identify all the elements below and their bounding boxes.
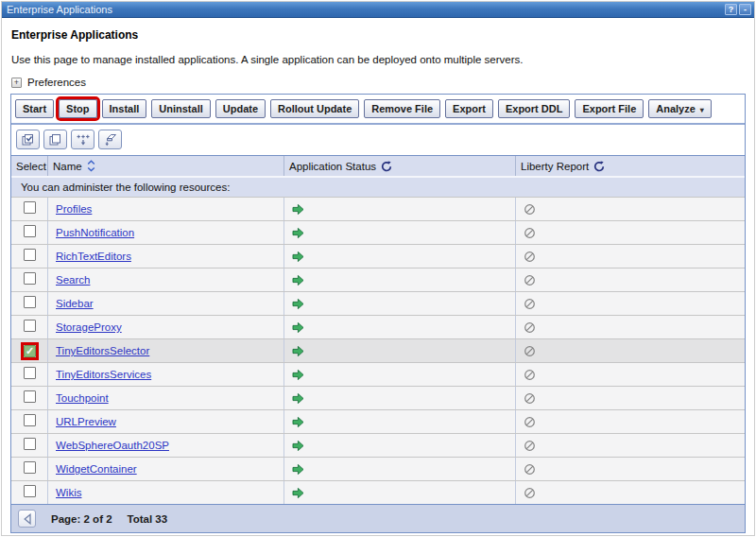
toolbar-button-rollout-update[interactable]: Rollout Update [270, 99, 359, 118]
window-titlebar: Enterprise Applications ? - [2, 2, 754, 18]
not-available-icon [524, 463, 536, 476]
row-checkbox[interactable] [24, 249, 36, 261]
column-header-application-status[interactable]: Application Status [284, 156, 515, 176]
page-title: Enterprise Applications [11, 28, 745, 42]
table-row-search: Search [11, 268, 745, 291]
column-header-liberty-report[interactable]: Liberty Report [515, 156, 745, 176]
row-checkbox[interactable] [24, 296, 36, 308]
app-started-icon [292, 463, 304, 476]
toolbar-button-export[interactable]: Export [445, 99, 493, 118]
select-all-icon[interactable] [16, 130, 40, 149]
app-started-icon [292, 274, 304, 286]
window-title: Enterprise Applications [5, 4, 723, 15]
column-header-select[interactable]: Select [11, 156, 47, 176]
pagination-bar: Page: 2 of 2 Total 33 [11, 504, 745, 532]
row-checkbox[interactable] [24, 390, 36, 403]
app-started-icon [292, 416, 304, 428]
not-available-icon [524, 227, 536, 239]
app-name-link[interactable]: URLPreview [56, 416, 116, 427]
row-checkbox[interactable] [24, 485, 36, 497]
not-available-icon [524, 203, 536, 216]
refresh-icon[interactable] [381, 161, 392, 172]
row-checkbox[interactable] [24, 367, 36, 379]
row-checkbox[interactable] [24, 201, 36, 214]
app-started-icon [292, 321, 304, 334]
table-row-websphereoauth20sp: WebSphereOauth20SP [11, 433, 745, 457]
preferences-label[interactable]: Preferences [27, 77, 86, 88]
row-checkbox[interactable] [24, 345, 36, 357]
not-available-icon [524, 369, 536, 381]
app-started-icon [292, 203, 304, 216]
not-available-icon [524, 251, 536, 263]
row-checkbox[interactable] [24, 320, 36, 332]
table-header-row: Select Name Application Status Liberty R… [11, 155, 745, 176]
hide-filter-icon[interactable] [98, 130, 122, 149]
toolbar-button-stop[interactable]: Stop [59, 99, 96, 118]
table-row-profiles: Profiles [11, 197, 745, 220]
table-row-pushnotification: PushNotification [11, 220, 745, 244]
analyze-label: Analyze [656, 103, 696, 114]
applications-panel: StartStopInstallUninstallUpdateRollout U… [10, 94, 746, 533]
table-row-wikis: Wikis [11, 480, 745, 504]
show-filter-icon[interactable] [71, 130, 94, 149]
toolbar-button-update[interactable]: Update [215, 99, 266, 118]
expand-icon[interactable]: + [11, 78, 22, 88]
not-available-icon [524, 298, 536, 310]
previous-page-button[interactable] [18, 510, 36, 528]
not-available-icon [524, 345, 536, 357]
sort-updown-icon[interactable] [87, 160, 95, 172]
table-row-tinyeditorsselector: TinyEditorsSelector [11, 338, 745, 362]
row-checkbox[interactable] [24, 461, 36, 474]
app-name-link[interactable]: StorageProxy [56, 321, 122, 333]
preferences-section: + Preferences [11, 77, 745, 88]
selection-toolbar [11, 125, 745, 155]
table-row-widgetcontainer: WidgetContainer [11, 457, 745, 480]
app-name-link[interactable]: Touchpoint [56, 392, 109, 404]
row-checkbox[interactable] [24, 438, 36, 450]
app-name-link[interactable]: TinyEditorsSelector [56, 345, 149, 356]
table-body: Profiles PushNotification [11, 197, 745, 504]
app-started-icon [292, 440, 304, 452]
app-name-link[interactable]: Wikis [56, 487, 81, 498]
deselect-all-icon[interactable] [43, 130, 67, 149]
app-started-icon [292, 251, 304, 263]
table-info-row: You can administer the following resourc… [11, 176, 745, 197]
row-checkbox[interactable] [24, 414, 36, 426]
app-name-link[interactable]: Sidebar [56, 298, 94, 309]
toolbar-button-start[interactable]: Start [15, 99, 54, 118]
table-row-urlpreview: URLPreview [11, 409, 745, 433]
portlet-window: Enterprise Applications ? - Enterprise A… [1, 1, 755, 536]
not-available-icon [524, 416, 536, 428]
app-name-link[interactable]: PushNotification [56, 227, 134, 238]
analyze-dropdown-button[interactable]: Analyze▾ [648, 99, 712, 118]
help-button[interactable]: ? [725, 4, 737, 15]
app-name-link[interactable]: WebSphereOauth20SP [56, 440, 169, 451]
chevron-down-icon: ▾ [700, 106, 704, 114]
table-row-touchpoint: Touchpoint [11, 386, 745, 409]
row-checkbox[interactable] [24, 272, 36, 285]
app-name-link[interactable]: Profiles [56, 203, 92, 215]
table-row-storageproxy: StorageProxy [11, 315, 745, 338]
app-name-link[interactable]: Search [56, 274, 90, 286]
toolbar-button-install[interactable]: Install [102, 99, 147, 118]
page-description: Use this page to manage installed applic… [11, 54, 745, 65]
not-available-icon [524, 321, 536, 334]
app-name-link[interactable]: RichTextEditors [56, 251, 131, 262]
toolbar-button-export-ddl[interactable]: Export DDL [498, 99, 571, 118]
toolbar-button-remove-file[interactable]: Remove File [364, 99, 440, 118]
not-available-icon [524, 392, 536, 405]
toolbar-button-uninstall[interactable]: Uninstall [151, 99, 210, 118]
app-started-icon [292, 487, 304, 499]
app-started-icon [292, 392, 304, 405]
app-name-link[interactable]: TinyEditorsServices [56, 369, 151, 380]
app-started-icon [292, 227, 304, 239]
refresh-icon[interactable] [593, 161, 605, 172]
app-name-link[interactable]: WidgetContainer [56, 463, 137, 475]
row-checkbox[interactable] [24, 225, 36, 237]
table-row-richtexteditors: RichTextEditors [11, 244, 745, 268]
app-started-icon [292, 345, 304, 357]
minimize-button[interactable]: - [739, 4, 751, 15]
column-header-name[interactable]: Name [47, 156, 284, 176]
toolbar-button-export-file[interactable]: Export File [575, 99, 644, 118]
not-available-icon [524, 440, 536, 452]
